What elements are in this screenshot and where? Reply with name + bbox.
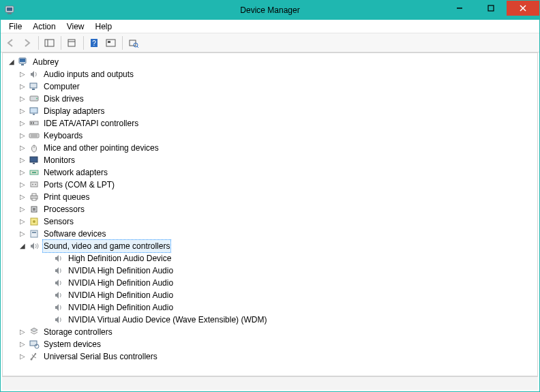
sound-icon — [29, 241, 40, 252]
category-label: Display adapters — [42, 105, 106, 117]
svg-line-56 — [33, 357, 36, 358]
category-label: Audio inputs and outputs — [42, 68, 135, 80]
category-label: Storage controllers — [42, 326, 114, 338]
category-node[interactable]: ▷ Mice and other pointing devices — [18, 142, 535, 154]
minimize-button[interactable] — [444, 1, 475, 16]
svg-rect-35 — [30, 157, 38, 162]
device-node[interactable]: NVIDIA High Definition Audio — [42, 265, 535, 277]
category-node[interactable]: ▷ Universal Serial Bus controllers — [18, 350, 535, 363]
expander-closed-icon[interactable]: ▷ — [18, 229, 27, 239]
svg-rect-20 — [21, 64, 24, 65]
tree-root[interactable]: ◢ Aubrey — [7, 56, 535, 68]
forward-button[interactable] — [20, 35, 35, 50]
expander-closed-icon[interactable]: ▷ — [18, 94, 27, 104]
category-node[interactable]: ▷ Audio inputs and outputs — [18, 68, 535, 80]
category-node[interactable]: ▷ IDE ATA/ATAPI controllers — [18, 117, 535, 130]
computer-icon — [29, 81, 40, 92]
device-label: High Definition Audio Device — [67, 252, 172, 265]
close-button[interactable] — [507, 1, 539, 16]
speaker-icon — [53, 265, 64, 276]
expander-spacer — [42, 303, 52, 312]
update-driver-button[interactable] — [126, 35, 141, 50]
expander-closed-icon[interactable]: ▷ — [18, 192, 27, 202]
category-node[interactable]: ▷ Computer — [18, 80, 535, 93]
speaker-icon — [53, 277, 64, 288]
category-node[interactable]: ▷ Storage controllers — [18, 326, 535, 338]
expander-closed-icon[interactable]: ▷ — [18, 340, 27, 349]
device-tree[interactable]: ◢ Aubrey ▷ Audio inputs and outputs ▷ Co… — [3, 53, 537, 376]
svg-rect-43 — [32, 194, 36, 196]
category-node[interactable]: ▷ Network adapters — [18, 166, 535, 179]
expander-open-icon[interactable]: ◢ — [18, 241, 27, 251]
category-label: Software devices — [42, 228, 107, 240]
display-icon — [29, 106, 40, 117]
speaker-icon — [53, 253, 64, 264]
svg-line-17 — [137, 46, 138, 48]
expander-closed-icon[interactable]: ▷ — [18, 352, 27, 361]
category-label: Sound, video and game controllers — [42, 239, 171, 253]
cpu-icon — [29, 204, 40, 215]
category-node[interactable]: ▷ Monitors — [18, 154, 535, 166]
scan-hardware-button[interactable] — [104, 35, 119, 50]
svg-rect-50 — [32, 232, 36, 233]
device-node[interactable]: NVIDIA High Definition Audio — [42, 289, 535, 301]
category-label: IDE ATA/ATAPI controllers — [42, 117, 140, 130]
client-area: ◢ Aubrey ▷ Audio inputs and outputs ▷ Co… — [2, 52, 538, 376]
category-node[interactable]: ▷ System devices — [18, 338, 535, 350]
category-node[interactable]: ▷ Display adapters — [18, 105, 535, 117]
expander-closed-icon[interactable]: ▷ — [18, 217, 27, 226]
menu-view[interactable]: View — [61, 20, 90, 33]
category-label: Ports (COM & LPT) — [42, 179, 116, 191]
expander-closed-icon[interactable]: ▷ — [18, 180, 27, 190]
expander-spacer — [42, 315, 52, 325]
expander-closed-icon[interactable]: ▷ — [18, 155, 27, 165]
back-button[interactable] — [3, 35, 18, 50]
svg-rect-2 — [7, 13, 12, 14]
menu-help[interactable]: Help — [90, 20, 118, 33]
expander-closed-icon[interactable]: ▷ — [18, 327, 27, 337]
svg-rect-1 — [7, 7, 12, 11]
category-label: Sensors — [42, 215, 75, 228]
menu-action[interactable]: Action — [27, 20, 61, 33]
expander-closed-icon[interactable]: ▷ — [18, 106, 27, 116]
category-label: Network adapters — [42, 166, 109, 179]
category-node[interactable]: ▷ Ports (COM & LPT) — [18, 179, 535, 191]
device-label: NVIDIA High Definition Audio — [67, 265, 175, 277]
help-button[interactable]: ? — [87, 35, 102, 50]
maximize-button[interactable] — [475, 1, 507, 16]
category-node[interactable]: ▷ Software devices — [18, 228, 535, 240]
category-node[interactable]: ▷ Print queues — [18, 191, 535, 203]
category-node[interactable]: ▷ Sensors — [18, 215, 535, 228]
category-label: System devices — [42, 338, 102, 350]
menu-file[interactable]: File — [3, 20, 27, 33]
expander-open-icon[interactable]: ◢ — [7, 57, 16, 67]
device-node[interactable]: NVIDIA High Definition Audio — [42, 277, 535, 289]
svg-rect-21 — [30, 83, 37, 88]
expander-closed-icon[interactable]: ▷ — [18, 205, 27, 214]
speaker-icon — [53, 302, 64, 313]
expander-closed-icon[interactable]: ▷ — [18, 168, 27, 177]
device-node[interactable]: NVIDIA High Definition Audio — [42, 301, 535, 314]
monitor-icon — [29, 155, 40, 166]
svg-rect-22 — [32, 89, 35, 90]
properties-button[interactable] — [65, 35, 80, 50]
expander-closed-icon[interactable]: ▷ — [18, 131, 27, 140]
svg-rect-44 — [32, 198, 36, 200]
device-node[interactable]: High Definition Audio Device — [42, 252, 535, 265]
expander-closed-icon[interactable]: ▷ — [18, 70, 27, 79]
expander-closed-icon[interactable]: ▷ — [18, 82, 27, 91]
device-node[interactable]: NVIDIA Virtual Audio Device (Wave Extens… — [42, 314, 535, 326]
category-node[interactable]: ▷ Keyboards — [18, 130, 535, 142]
expander-closed-icon[interactable]: ▷ — [18, 143, 27, 153]
category-node[interactable]: ▷ Disk drives — [18, 93, 535, 105]
toolbar-separator — [61, 36, 61, 50]
ide-icon — [29, 118, 40, 129]
window-buttons — [444, 1, 539, 16]
category-node[interactable]: ◢ Sound, video and game controllers — [18, 240, 535, 252]
svg-rect-30 — [29, 134, 39, 138]
expander-closed-icon[interactable]: ▷ — [18, 119, 27, 128]
speaker-icon — [29, 69, 40, 80]
svg-rect-38 — [32, 172, 36, 173]
category-node[interactable]: ▷ Processors — [18, 203, 535, 215]
show-hide-tree-button[interactable] — [42, 35, 57, 50]
